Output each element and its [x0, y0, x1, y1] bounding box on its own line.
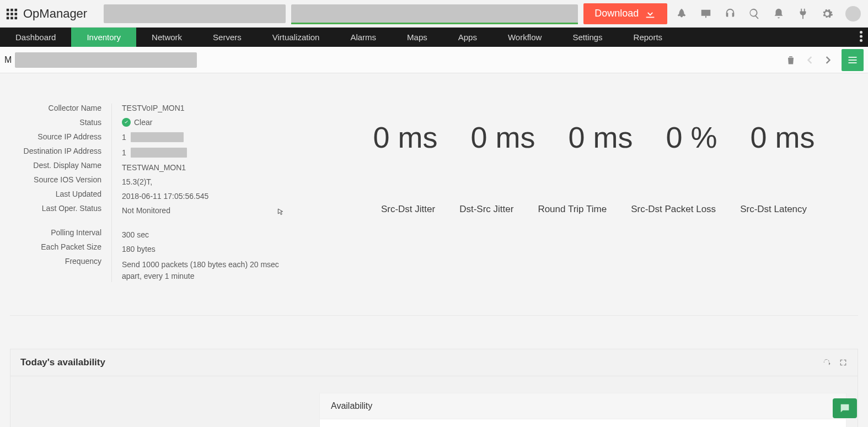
lbl-collector: Collector Name	[10, 104, 101, 112]
nav-reports[interactable]: Reports	[618, 28, 678, 47]
nav-inventory[interactable]: Inventory	[71, 28, 136, 47]
val-ios-ver: 15.3(2)T,	[122, 177, 308, 186]
nav-dashboard[interactable]: Dashboard	[0, 28, 71, 47]
svg-rect-1	[10, 8, 13, 11]
metric-lbl-3: Src-Dst Packet Loss	[631, 204, 716, 215]
details-labels: Collector Name Status Source IP Address …	[10, 104, 112, 282]
val-packet-size: 180 bytes	[122, 245, 308, 253]
masked-block-2	[291, 4, 578, 23]
bell-icon[interactable]	[773, 8, 785, 20]
download-button[interactable]: Download	[583, 3, 667, 24]
val-src-ip: 1	[122, 132, 308, 142]
svg-rect-4	[10, 13, 13, 15]
svg-rect-2	[15, 8, 18, 11]
details-values: TESTVoIP_MON1 Clear 1 1 TESTWAN_MON1 15.…	[112, 104, 308, 282]
sub-header: M	[0, 47, 868, 73]
metric-val-2: 0 ms	[568, 120, 633, 154]
nav-maps[interactable]: Maps	[392, 28, 443, 47]
svg-rect-7	[10, 17, 13, 19]
masked-src-ip	[131, 132, 184, 142]
chevron-left-icon[interactable]	[804, 55, 815, 66]
metric-values-row: 0 ms 0 ms 0 ms 0 % 0 ms	[373, 120, 815, 154]
val-dst-ip: 1	[122, 148, 308, 158]
download-label: Download	[594, 8, 639, 19]
lbl-packet-size: Each Packet Size	[10, 242, 101, 251]
nav-apps[interactable]: Apps	[443, 28, 492, 47]
svg-rect-0	[7, 8, 9, 11]
nav-alarms[interactable]: Alarms	[335, 28, 392, 47]
refresh-icon[interactable]	[822, 358, 831, 367]
nav-virtualization[interactable]: Virtualization	[257, 28, 335, 47]
availability-no-records: No records to view.	[320, 419, 846, 427]
lbl-dst-ip: Destination IP Address	[10, 147, 101, 155]
val-frequency: Send 1000 packets (180 bytes each) 20 ms…	[122, 259, 287, 282]
metric-lbl-1: Dst-Src Jitter	[459, 204, 513, 215]
nav-network[interactable]: Network	[136, 28, 197, 47]
lbl-polling: Polling Interval	[10, 228, 101, 237]
nav-servers[interactable]: Servers	[197, 28, 257, 47]
metric-val-0: 0 ms	[373, 120, 437, 154]
headset-icon[interactable]	[724, 8, 736, 20]
gear-icon[interactable]	[821, 8, 833, 20]
panel-menu-button[interactable]	[842, 49, 864, 71]
dst-ip-prefix: 1	[122, 148, 126, 157]
details-panel: Collector Name Status Source IP Address …	[10, 104, 308, 282]
trash-icon[interactable]	[785, 55, 796, 66]
val-polling: 300 sec	[122, 230, 308, 239]
svg-rect-12	[849, 57, 857, 58]
availability-card-title: Today's availability	[20, 357, 105, 368]
apps-grid-icon[interactable]	[6, 8, 18, 20]
presentation-icon[interactable]	[700, 8, 712, 20]
banner-highlight	[291, 4, 578, 23]
nav-settings[interactable]: Settings	[557, 28, 618, 47]
expand-icon[interactable]	[839, 358, 848, 367]
svg-rect-6	[7, 17, 9, 19]
lbl-ios-ver: Source IOS Version	[10, 175, 101, 184]
svg-rect-5	[15, 13, 18, 15]
main-nav: Dashboard Inventory Network Servers Virt…	[0, 28, 868, 47]
status-check-icon	[122, 118, 131, 127]
download-icon	[644, 8, 656, 20]
svg-rect-14	[849, 62, 857, 63]
availability-left	[22, 393, 319, 427]
lbl-dest-name: Dest. Display Name	[10, 161, 101, 170]
masked-dst-ip	[131, 148, 187, 158]
metric-lbl-0: Src-Dst Jitter	[381, 204, 435, 215]
plug-icon[interactable]	[797, 8, 809, 20]
availability-table-title: Availability	[320, 393, 846, 419]
chevron-right-icon[interactable]	[823, 55, 834, 66]
metric-labels-row: Src-Dst Jitter Dst-Src Jitter Round Trip…	[381, 204, 807, 215]
lbl-status: Status	[10, 118, 101, 127]
user-avatar[interactable]	[845, 6, 861, 21]
metric-val-3: 0 %	[666, 120, 717, 154]
availability-card: Today's availability Availability No rec…	[10, 349, 858, 427]
rocket-icon[interactable]	[676, 8, 688, 20]
availability-table: Availability No records to view.	[319, 393, 846, 427]
val-status: Clear	[122, 118, 308, 127]
availability-card-header: Today's availability	[10, 349, 858, 376]
lbl-last-updated: Last Updated	[10, 190, 101, 198]
nav-more-icon[interactable]	[854, 31, 868, 44]
src-ip-prefix: 1	[122, 133, 126, 142]
nav-workflow[interactable]: Workflow	[492, 28, 557, 47]
availability-card-tools	[822, 358, 848, 367]
val-dest-name: TESTWAN_MON1	[122, 163, 308, 172]
metric-lbl-4: Src-Dst Latency	[740, 204, 807, 215]
svg-point-9	[860, 31, 862, 34]
svg-rect-8	[15, 17, 18, 19]
masked-block-1	[104, 4, 286, 23]
metrics-panel: 0 ms 0 ms 0 ms 0 % 0 ms Src-Dst Jitter D…	[330, 104, 858, 282]
masked-title	[15, 52, 197, 68]
availability-body: Availability No records to view.	[10, 376, 858, 427]
lbl-oper-status: Last Oper. Status	[10, 204, 101, 213]
top-icon-tray	[676, 6, 861, 21]
search-icon[interactable]	[748, 8, 760, 20]
sub-header-actions	[785, 49, 864, 71]
val-last-updated: 2018-06-11 17:05:56.545	[122, 192, 308, 201]
metric-val-4: 0 ms	[751, 120, 815, 154]
chat-float-button[interactable]	[833, 398, 857, 418]
val-status-text: Clear	[134, 118, 152, 127]
brand-title: OpManager	[23, 7, 87, 21]
metric-lbl-2: Round Trip Time	[538, 204, 607, 215]
svg-rect-13	[849, 60, 857, 61]
